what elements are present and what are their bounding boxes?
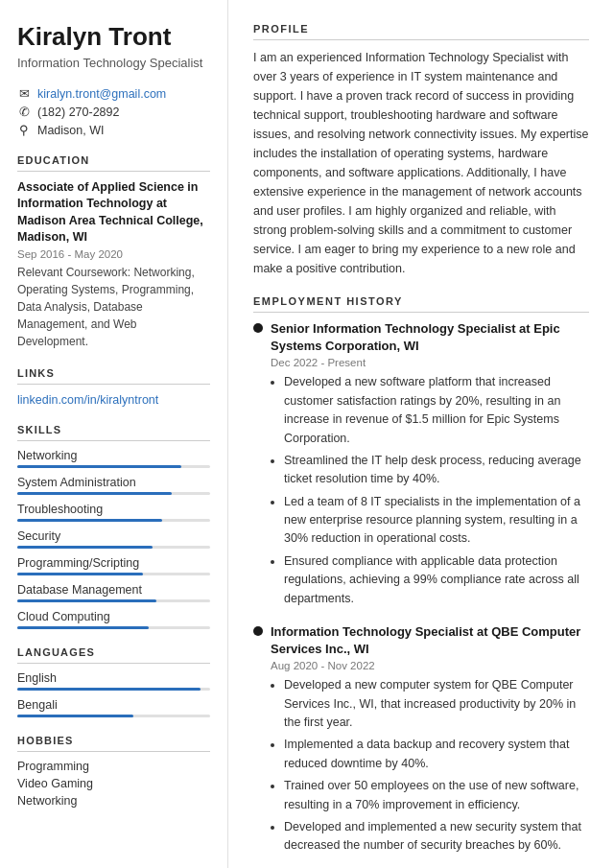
hobby-item: Networking xyxy=(17,794,210,808)
languages-section-title: LANGUAGES xyxy=(17,646,210,664)
profile-section-title: PROFILE xyxy=(253,23,589,40)
employment-list: Senior Information Technology Specialist… xyxy=(253,320,589,856)
skill-label: Cloud Computing xyxy=(17,610,210,623)
skill-bar-fill xyxy=(17,465,181,468)
skill-bar-fill xyxy=(17,519,162,522)
hobby-item: Video Gaming xyxy=(17,777,210,790)
job-dot xyxy=(253,626,263,636)
skill-bar-bg xyxy=(17,573,210,575)
job-bullet: Developed a new software platform that i… xyxy=(284,373,589,448)
job-bullets: Developed a new software platform that i… xyxy=(271,373,589,608)
contact-section: ✉ kiralyn.tront@gmail.com ✆ (182) 270-28… xyxy=(17,87,210,137)
phone-icon: ✆ xyxy=(17,106,31,119)
language-label: Bengali xyxy=(17,698,210,712)
skill-bar-fill xyxy=(17,573,143,575)
location-icon: ⚲ xyxy=(17,124,31,137)
skill-label: Troubleshooting xyxy=(17,503,210,516)
languages-list: English Bengali xyxy=(17,671,210,717)
job-bullet: Developed and implemented a new security… xyxy=(284,818,589,856)
language-bar-bg xyxy=(17,688,210,691)
job-bullet: Streamlined the IT help desk process, re… xyxy=(284,452,589,489)
skill-item: Networking xyxy=(17,449,210,468)
profile-text: I am an experienced Information Technolo… xyxy=(253,48,589,278)
links-section-title: LINKS xyxy=(17,367,210,385)
language-bar-bg xyxy=(17,715,210,717)
skill-label: Database Management xyxy=(17,583,210,597)
skill-bar-bg xyxy=(17,465,210,468)
job-dates: Aug 2020 - Nov 2022 xyxy=(271,660,589,671)
main-content: PROFILE I am an experienced Information … xyxy=(228,0,614,868)
skill-bar-bg xyxy=(17,626,210,629)
job-header: Senior Information Technology Specialist… xyxy=(253,320,589,355)
job-bullet: Ensured compliance with applicable data … xyxy=(284,552,589,608)
skill-bar-fill xyxy=(17,626,149,629)
skill-bar-fill xyxy=(17,492,172,495)
contact-location: ⚲ Madison, WI xyxy=(17,124,210,137)
language-item: Bengali xyxy=(17,698,210,717)
edu-dates: Sep 2016 - May 2020 xyxy=(17,248,210,260)
sidebar: Kiralyn Tront Information Technology Spe… xyxy=(0,0,228,868)
hobby-item: Programming xyxy=(17,760,210,773)
skill-item: System Administration xyxy=(17,476,210,495)
resume-container: Kiralyn Tront Information Technology Spe… xyxy=(0,0,614,868)
email-icon: ✉ xyxy=(17,87,31,101)
hobbies-section-title: HOBBIES xyxy=(17,735,210,752)
skill-bar-fill xyxy=(17,599,156,602)
job-bullet: Trained over 50 employees on the use of … xyxy=(284,777,589,814)
skills-list: Networking System Administration Trouble… xyxy=(17,449,210,629)
skill-item: Programming/Scripting xyxy=(17,556,210,575)
job-dates: Dec 2022 - Present xyxy=(271,357,589,368)
candidate-title: Information Technology Specialist xyxy=(17,55,210,72)
skill-item: Cloud Computing xyxy=(17,610,210,629)
candidate-name: Kiralyn Tront xyxy=(17,23,210,51)
skill-bar-bg xyxy=(17,519,210,522)
hobbies-list: ProgrammingVideo GamingNetworking xyxy=(17,760,210,808)
skill-bar-bg xyxy=(17,599,210,602)
phone-text: (182) 270-2892 xyxy=(37,106,119,119)
skill-bar-bg xyxy=(17,492,210,495)
skill-label: Security xyxy=(17,529,210,543)
contact-email: ✉ kiralyn.tront@gmail.com xyxy=(17,87,210,101)
job-bullet: Developed a new computer system for QBE … xyxy=(284,676,589,732)
location-text: Madison, WI xyxy=(37,124,104,137)
edu-degree: Associate of Applied Science in Informat… xyxy=(17,179,210,246)
skill-item: Security xyxy=(17,529,210,549)
skills-section-title: SKILLS xyxy=(17,424,210,441)
contact-phone: ✆ (182) 270-2892 xyxy=(17,106,210,119)
skill-bar-bg xyxy=(17,546,210,549)
linkedin-link-item: linkedin.com/in/kiralyntront xyxy=(17,392,210,407)
skill-label: Networking xyxy=(17,449,210,462)
skill-label: Programming/Scripting xyxy=(17,556,210,570)
skill-bar-fill xyxy=(17,546,153,549)
skill-item: Database Management xyxy=(17,583,210,602)
job-dot xyxy=(253,323,263,333)
job-title: Information Technology Specialist at QBE… xyxy=(271,623,589,658)
job-entry: Senior Information Technology Specialist… xyxy=(253,320,589,608)
edu-coursework: Relevant Coursework: Networking, Operati… xyxy=(17,264,210,350)
linkedin-link[interactable]: linkedin.com/in/kiralyntront xyxy=(17,393,158,407)
job-entry: Information Technology Specialist at QBE… xyxy=(253,623,589,856)
skill-item: Troubleshooting xyxy=(17,503,210,522)
language-item: English xyxy=(17,671,210,691)
employment-section-title: EMPLOYMENT HISTORY xyxy=(253,295,589,313)
education-section-title: EDUCATION xyxy=(17,154,210,172)
job-header: Information Technology Specialist at QBE… xyxy=(253,623,589,658)
language-bar-fill xyxy=(17,688,201,691)
job-bullets: Developed a new computer system for QBE … xyxy=(271,676,589,855)
email-link[interactable]: kiralyn.tront@gmail.com xyxy=(37,87,166,101)
language-bar-fill xyxy=(17,715,133,717)
job-title: Senior Information Technology Specialist… xyxy=(271,320,589,355)
language-label: English xyxy=(17,671,210,685)
skill-label: System Administration xyxy=(17,476,210,489)
job-bullet: Led a team of 8 IT specialists in the im… xyxy=(284,493,589,549)
job-bullet: Implemented a data backup and recovery s… xyxy=(284,736,589,773)
